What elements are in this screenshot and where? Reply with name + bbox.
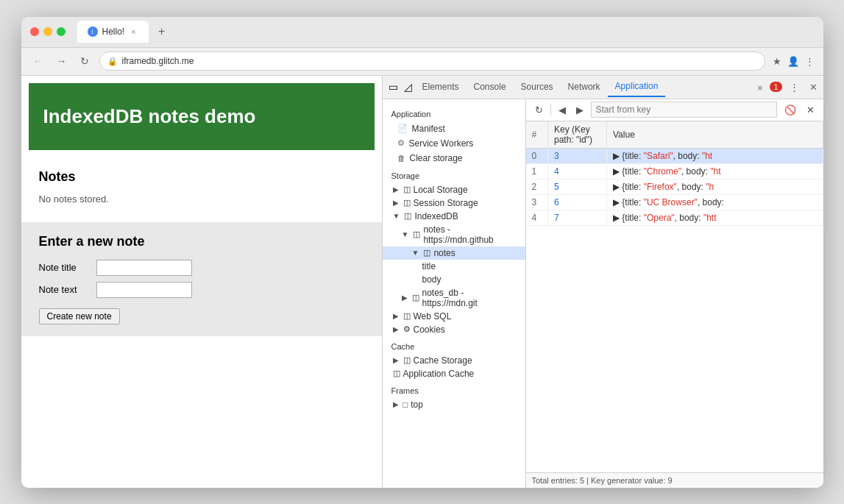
note-text-label: Note text: [39, 284, 91, 295]
new-tab-button[interactable]: +: [153, 23, 171, 40]
close-window-button[interactable]: [30, 27, 39, 36]
sidebar-item-application-cache[interactable]: ◫ Application Cache: [383, 367, 525, 380]
cell-key: 4: [548, 163, 607, 179]
inspect-element-button[interactable]: ▭: [386, 79, 401, 94]
sidebar-item-session-storage[interactable]: ▶ ◫ Session Storage: [383, 196, 525, 210]
device-toolbar-button[interactable]: ◿: [401, 79, 415, 94]
bookmark-icon[interactable]: ★: [773, 56, 781, 67]
page-title: IndexedDB notes demo: [43, 105, 360, 128]
cell-hash: 2: [526, 179, 548, 194]
sidebar-item-notes-store[interactable]: ▼ ◫ notes: [383, 246, 525, 260]
minimize-window-button[interactable]: [43, 27, 52, 36]
table-header-row: # Key (Key path: "id") Value: [526, 121, 823, 149]
clear-entries-button[interactable]: 🚫: [781, 103, 799, 117]
sidebar-item-top-frame[interactable]: ▶ □ top: [383, 398, 525, 411]
table-row[interactable]: 47▶ {title: "Opera", body: "htt: [526, 210, 823, 225]
title-field-label: title: [422, 261, 436, 271]
browser-tab[interactable]: i Hello! ×: [77, 21, 149, 43]
sidebar-item-cookies[interactable]: ▶ ⚙ Cookies: [383, 323, 525, 336]
tab-title: Hello!: [102, 26, 125, 37]
error-badge: 1: [770, 82, 781, 92]
forward-button[interactable]: →: [54, 54, 70, 68]
new-note-section: Enter a new note Note title Note text Cr…: [21, 222, 382, 336]
cell-value: ▶ {title: "Safari", body: "ht: [607, 148, 823, 163]
indexeddb-icon: ◫: [404, 211, 411, 221]
col-header-hash: #: [526, 121, 548, 149]
table-row[interactable]: 25▶ {title: "Firefox", body: "h: [526, 179, 823, 194]
devtools-settings-button[interactable]: ⋮: [787, 80, 802, 94]
service-workers-icon: ⚙: [397, 138, 405, 148]
top-frame-icon: □: [403, 400, 408, 409]
url-bar[interactable]: 🔒 iframedb.glitch.me: [99, 52, 765, 71]
sidebar-item-web-sql[interactable]: ▶ ◫ Web SQL: [383, 310, 525, 323]
sidebar-clear-storage-label: Clear storage: [410, 153, 463, 163]
tab-close-button[interactable]: ×: [129, 26, 138, 37]
table-row[interactable]: 03▶ {title: "Safari", body: "ht: [526, 148, 823, 163]
local-storage-label: Local Storage: [414, 185, 468, 195]
tab-elements[interactable]: Elements: [415, 77, 467, 96]
menu-icon[interactable]: ⋮: [805, 56, 815, 67]
sidebar-item-local-storage[interactable]: ▶ ◫ Local Storage: [383, 183, 525, 196]
data-table: # Key (Key path: "id") Value 03▶ {title:…: [526, 121, 823, 472]
notes-store-arrow: ▼: [412, 249, 419, 257]
next-page-button[interactable]: ▶: [573, 103, 586, 117]
page-content: IndexedDB notes demo Notes No notes stor…: [21, 76, 382, 488]
browser-window: i Hello! × + ← → ↻ 🔒 iframedb.glitch.me …: [21, 17, 823, 488]
session-storage-icon: ◫: [403, 198, 411, 207]
table-row[interactable]: 36▶ {title: "UC Browser", body:: [526, 194, 823, 210]
storage-section-header: Storage: [383, 168, 525, 183]
local-storage-arrow: ▶: [393, 185, 399, 194]
tab-sources[interactable]: Sources: [514, 77, 561, 96]
create-note-button[interactable]: Create new note: [39, 308, 120, 324]
cookies-arrow: ▶: [393, 325, 399, 333]
col-header-key: Key (Key path: "id"): [548, 121, 607, 149]
application-section-header: Application: [383, 107, 525, 121]
profile-icon[interactable]: 👤: [787, 56, 799, 67]
toolbar-divider: [550, 104, 551, 116]
notes-db2-arrow: ▶: [402, 294, 408, 302]
notes-db-icon: ◫: [413, 230, 420, 239]
back-button[interactable]: ←: [30, 54, 46, 68]
sidebar-item-cache-storage[interactable]: ▶ ◫ Cache Storage: [383, 354, 525, 367]
note-text-row: Note text: [39, 282, 364, 298]
note-title-label: Note title: [39, 262, 91, 273]
sidebar-item-service-workers[interactable]: ⚙ Service Workers: [383, 136, 525, 151]
sidebar-item-title-field[interactable]: title: [383, 260, 525, 273]
sidebar-item-indexeddb[interactable]: ▼ ◫ IndexedDB: [383, 210, 525, 223]
tab-console[interactable]: Console: [467, 77, 514, 96]
tab-bar: i Hello! × +: [77, 21, 815, 43]
cell-hash: 1: [526, 163, 548, 179]
devtools-sidebar: Application 📄 Manifest ⚙ Service Workers…: [383, 99, 526, 488]
note-title-input[interactable]: [96, 260, 192, 276]
web-sql-label: Web SQL: [414, 311, 452, 322]
manifest-icon: 📄: [397, 124, 408, 133]
devtools-toolbar: ↻ ◀ ▶ 🚫 ✕: [526, 99, 823, 121]
maximize-window-button[interactable]: [57, 27, 65, 36]
reload-button[interactable]: ↻: [77, 54, 92, 68]
sidebar-service-workers-label: Service Workers: [409, 138, 474, 149]
cell-hash: 4: [526, 210, 548, 225]
clear-storage-icon: 🗑: [397, 154, 405, 163]
prev-page-button[interactable]: ◀: [556, 103, 569, 117]
start-from-key-input[interactable]: [591, 102, 777, 118]
session-storage-label: Session Storage: [414, 198, 478, 208]
delete-selected-button[interactable]: ✕: [804, 103, 818, 117]
sidebar-item-body-field[interactable]: body: [383, 273, 525, 286]
url-text: iframedb.glitch.me: [122, 56, 194, 66]
sidebar-item-notes-db[interactable]: ▼ ◫ notes - https://mdn.github: [383, 223, 525, 246]
cell-value: ▶ {title: "Firefox", body: "h: [607, 179, 823, 194]
sidebar-item-notes-db2[interactable]: ▶ ◫ notes_db - https://mdn.git: [383, 286, 525, 310]
tab-application[interactable]: Application: [608, 77, 666, 97]
sidebar-item-manifest[interactable]: 📄 Manifest: [383, 121, 525, 136]
refresh-data-button[interactable]: ↻: [532, 103, 546, 117]
address-bar: ← → ↻ 🔒 iframedb.glitch.me ★ 👤 ⋮: [21, 48, 823, 76]
tab-network[interactable]: Network: [561, 77, 608, 96]
note-text-input[interactable]: [96, 282, 192, 298]
application-cache-icon: ◫: [393, 369, 400, 378]
cell-key: 7: [548, 210, 607, 225]
table-row[interactable]: 14▶ {title: "Chrome", body: "ht: [526, 163, 823, 179]
devtools-close-button[interactable]: ✕: [806, 80, 820, 94]
more-tabs-button[interactable]: »: [754, 80, 765, 94]
devtools-tabs: ▭ ◿ Elements Console Sources Network App…: [383, 76, 823, 99]
sidebar-item-clear-storage[interactable]: 🗑 Clear storage: [383, 151, 525, 166]
